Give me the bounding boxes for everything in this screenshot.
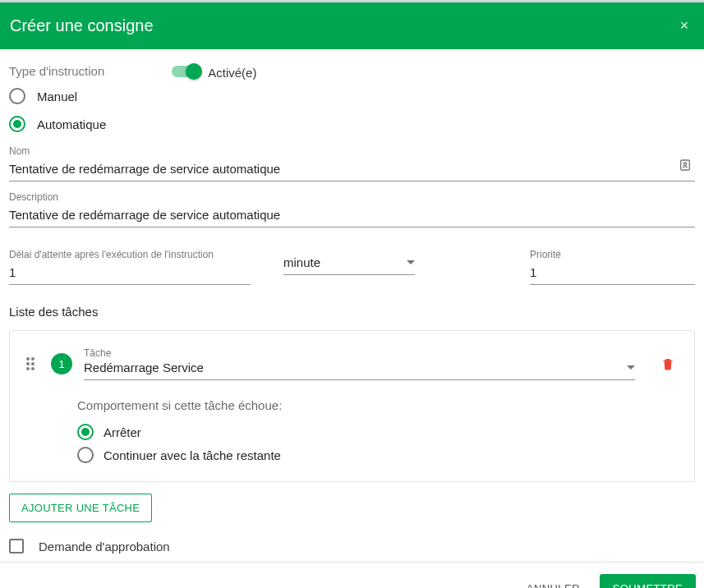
delay-label: Délai d'attente après l'exécution de l'i… bbox=[9, 249, 251, 260]
description-label: Description bbox=[9, 191, 695, 203]
dialog-header: Créer une consigne × bbox=[0, 2, 704, 49]
task-number-badge: 1 bbox=[51, 353, 72, 374]
chevron-down-icon bbox=[407, 260, 415, 264]
tasks-section-title: Liste des tâches bbox=[9, 305, 695, 319]
radio-behavior-continue[interactable]: Continuer avec la tâche restante bbox=[77, 443, 678, 466]
task-card: 1 Tâche Redémarrage Service Comportement… bbox=[9, 330, 695, 482]
approval-checkbox[interactable] bbox=[9, 539, 24, 554]
submit-button[interactable]: SOUMETTRE bbox=[600, 574, 696, 588]
radio-icon bbox=[77, 447, 94, 463]
task-select[interactable]: Redémarrage Service bbox=[84, 359, 635, 380]
priority-label: Priorité bbox=[530, 249, 695, 260]
activation-label: Activé(e) bbox=[208, 66, 256, 80]
delay-unit-value: minute bbox=[283, 255, 320, 269]
trash-icon bbox=[660, 356, 675, 371]
task-field-label: Tâche bbox=[84, 347, 635, 359]
dialog-footer: ANNULER SOUMETTRE bbox=[0, 562, 704, 588]
radio-icon bbox=[9, 88, 25, 104]
delete-task-button[interactable] bbox=[658, 354, 678, 374]
radio-behavior-stop-label: Arrêter bbox=[104, 425, 141, 439]
close-icon: × bbox=[680, 17, 689, 34]
radio-behavior-continue-label: Continuer avec la tâche restante bbox=[104, 448, 281, 462]
radio-manual-label: Manuel bbox=[37, 90, 77, 103]
dialog-title: Créer une consigne bbox=[10, 16, 154, 35]
priority-input[interactable] bbox=[530, 262, 695, 285]
behavior-label: Comportement si cette tâche échoue: bbox=[77, 398, 678, 412]
toggle-knob bbox=[186, 63, 202, 80]
radio-icon bbox=[77, 424, 94, 440]
add-task-button[interactable]: AJOUTER UNE TÂCHE bbox=[9, 494, 152, 522]
name-label: Nom bbox=[9, 145, 695, 157]
instruction-type-label: Type d'instruction bbox=[9, 64, 106, 78]
delay-unit-select[interactable]: minute bbox=[283, 252, 415, 275]
radio-behavior-stop[interactable]: Arrêter bbox=[77, 420, 678, 443]
chevron-down-icon bbox=[627, 365, 635, 370]
radio-automatic[interactable]: Automatique bbox=[9, 113, 106, 136]
activation-toggle[interactable] bbox=[172, 66, 200, 77]
svg-point-1 bbox=[683, 163, 686, 165]
drag-handle-icon[interactable] bbox=[26, 357, 39, 370]
delay-input[interactable] bbox=[9, 262, 251, 285]
description-input[interactable] bbox=[9, 204, 695, 227]
radio-manual[interactable]: Manuel bbox=[9, 85, 106, 108]
cancel-button[interactable]: ANNULER bbox=[517, 574, 590, 588]
name-input[interactable] bbox=[9, 158, 695, 181]
approval-label: Demande d'approbation bbox=[39, 540, 170, 554]
radio-automatic-label: Automatique bbox=[37, 117, 106, 131]
task-select-value: Redémarrage Service bbox=[84, 361, 204, 374]
contact-card-icon bbox=[679, 158, 692, 172]
close-button[interactable]: × bbox=[674, 16, 694, 36]
radio-icon bbox=[9, 116, 25, 132]
